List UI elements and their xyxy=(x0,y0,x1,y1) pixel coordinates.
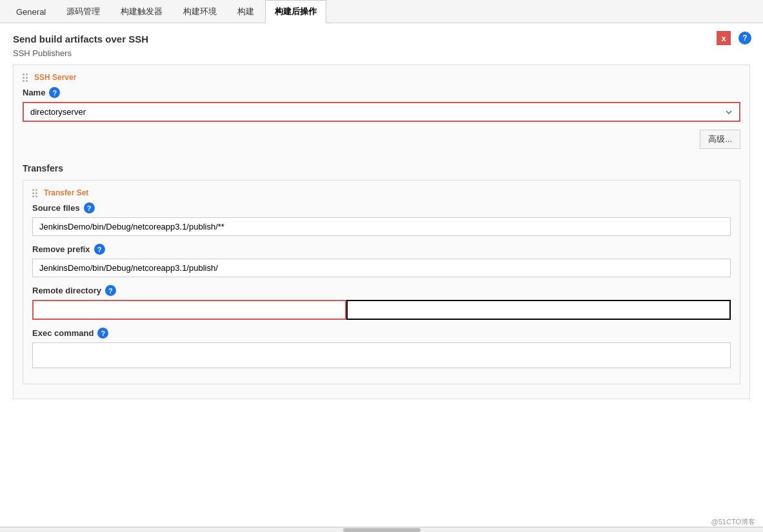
remote-directory-label-text: Remote directory xyxy=(32,286,101,295)
ssh-server-panel-title: SSH Server xyxy=(23,73,740,82)
remote-directory-label: Remote directory ? xyxy=(32,285,731,296)
ssh-publishers-label: SSH Publishers xyxy=(13,48,750,58)
advanced-button[interactable]: 高级... xyxy=(700,130,740,149)
main-content: x ? Send build artifacts over SSH SSH Pu… xyxy=(0,23,763,526)
exec-command-label: Exec command ? xyxy=(32,328,731,339)
exec-command-help-icon[interactable]: ? xyxy=(97,328,108,339)
section-title: Send build artifacts over SSH xyxy=(13,34,750,44)
tab-bar: General 源码管理 构建触发器 构建环境 构建 构建后操作 xyxy=(0,0,763,23)
source-files-group: Source files ? xyxy=(32,202,731,236)
tab-scm[interactable]: 源码管理 xyxy=(57,0,110,23)
source-files-label: Source files ? xyxy=(32,202,731,213)
exec-command-input[interactable] xyxy=(32,342,731,368)
transfers-title: Transfers xyxy=(23,163,740,173)
remote-directory-input-right[interactable] xyxy=(346,300,731,320)
remote-directory-help-icon[interactable]: ? xyxy=(105,285,116,296)
name-help-icon[interactable]: ? xyxy=(49,87,60,98)
remote-directory-group: Remote directory ? xyxy=(32,285,731,320)
tab-post-build[interactable]: 构建后操作 xyxy=(265,0,326,23)
remove-prefix-label-text: Remove prefix xyxy=(32,244,90,254)
transfer-set-panel: Transfer Set Source files ? Remove prefi… xyxy=(23,180,740,384)
source-files-help-icon[interactable]: ? xyxy=(84,202,95,213)
section-help-icon[interactable]: ? xyxy=(738,32,751,44)
close-button[interactable]: x xyxy=(717,31,731,45)
tab-general[interactable]: General xyxy=(6,1,55,22)
transfer-set-title-text: Transfer Set xyxy=(44,188,88,197)
remove-prefix-input[interactable] xyxy=(32,259,731,277)
transfers-section: Transfers Transfer Set Source files ? xyxy=(23,163,740,384)
ssh-server-panel: SSH Server Name ? directoryserver 高级... … xyxy=(13,64,750,399)
transfer-grip-icon xyxy=(32,189,37,197)
grip-icon xyxy=(23,74,28,82)
name-label: Name ? xyxy=(23,87,740,98)
tab-build[interactable]: 构建 xyxy=(228,0,264,23)
watermark: @51CTO博客 xyxy=(711,517,755,526)
source-files-label-text: Source files xyxy=(32,203,80,213)
source-files-input[interactable] xyxy=(32,217,731,236)
remove-prefix-label: Remove prefix ? xyxy=(32,244,731,255)
remote-directory-input-left[interactable] xyxy=(32,300,346,320)
name-label-text: Name xyxy=(23,88,45,97)
remove-prefix-help-icon[interactable]: ? xyxy=(94,244,105,255)
exec-command-group: Exec command ? xyxy=(32,328,731,368)
name-field-group: Name ? directoryserver xyxy=(23,87,740,122)
ssh-server-title-text: SSH Server xyxy=(34,73,76,82)
exec-command-label-text: Exec command xyxy=(32,328,94,338)
section-title-text: Send build artifacts over SSH xyxy=(13,34,148,44)
remote-directory-row xyxy=(32,300,731,320)
name-select[interactable]: directoryserver xyxy=(23,102,740,122)
tab-trigger[interactable]: 构建触发器 xyxy=(111,0,172,23)
transfer-set-panel-title: Transfer Set xyxy=(32,188,731,197)
remove-prefix-group: Remove prefix ? xyxy=(32,244,731,277)
tab-env[interactable]: 构建环境 xyxy=(173,0,226,23)
